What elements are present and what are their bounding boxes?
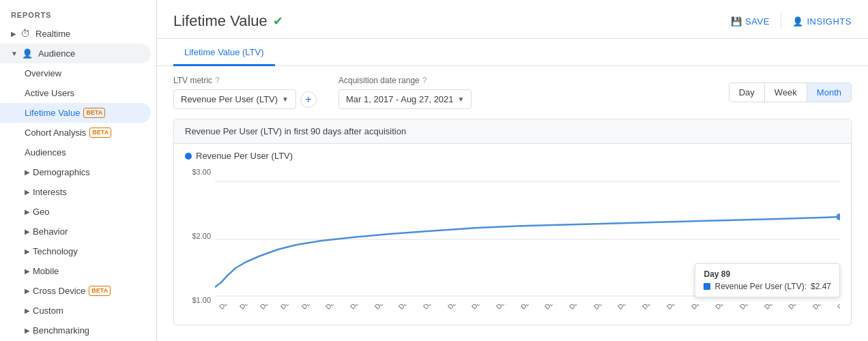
sidebar-item-mobile[interactable]: ▶ Mobile	[0, 261, 151, 281]
demographics-label: Demographics	[33, 167, 90, 177]
main-header: Lifetime Value ✔ 💾 SAVE 👤 INSIGHTS	[157, 0, 868, 39]
sidebar-item-geo[interactable]: ▶ Geo	[0, 202, 151, 222]
sidebar-item-custom[interactable]: ▶ Custom	[0, 301, 151, 321]
interests-arrow-icon: ▶	[25, 188, 30, 196]
chart-container: Revenue Per User (LTV) in first 90 days …	[173, 119, 852, 325]
date-range-help-icon[interactable]: ?	[422, 76, 427, 85]
x-label-54: Day 54	[641, 304, 661, 311]
x-axis-labels: Day 0 Day 3 Day 6 Day 9 Day 12 Day 15 Da…	[215, 304, 840, 313]
custom-label: Custom	[33, 306, 63, 316]
date-range-dropdown[interactable]: Mar 1, 2017 - Aug 27, 2021 ▼	[338, 89, 472, 109]
insights-icon: 👤	[792, 16, 804, 27]
legend-label: Revenue Per User (LTV)	[196, 151, 293, 161]
sidebar-item-audiences[interactable]: Audiences	[0, 143, 151, 162]
tooltip-metric-label: Revenue Per User (LTV):	[714, 282, 807, 291]
sidebar-item-interests[interactable]: ▶ Interests	[0, 182, 151, 202]
header-divider	[781, 13, 781, 29]
date-range-chevron-icon: ▼	[458, 95, 465, 103]
x-label-66: Day 66	[738, 304, 759, 311]
cohort-analysis-beta-badge: BETA	[89, 128, 111, 138]
ltv-metric-dropdown[interactable]: Revenue Per User (LTV) ▼	[173, 89, 296, 109]
cross-device-beta-badge: BETA	[89, 286, 111, 296]
ltv-metric-select-row: Revenue Per User (LTV) ▼ +	[173, 89, 317, 109]
realtime-chevron: ▶	[11, 30, 16, 38]
ltv-metric-label: LTV metric ?	[173, 76, 317, 85]
active-users-label: Active Users	[25, 88, 74, 98]
mobile-arrow-icon: ▶	[25, 267, 30, 275]
tab-ltv[interactable]: Lifetime Value (LTV)	[173, 39, 275, 66]
cross-device-label: Cross Device	[33, 286, 85, 296]
date-range-label: Acquisition date range ?	[338, 76, 472, 85]
save-icon: 💾	[731, 16, 742, 27]
chart-area: $3.00 $2.00 $1.00 Day 0 Day 3 Day 6 Da	[174, 161, 851, 325]
chart-tooltip: Day 89 Revenue Per User (LTV): $2.47	[695, 263, 840, 297]
geo-label: Geo	[33, 207, 50, 217]
mobile-label: Mobile	[33, 266, 59, 276]
audience-arrow-icon: ▼	[11, 50, 18, 57]
y-label-2: $2.00	[178, 232, 211, 240]
save-button[interactable]: 💾 SAVE	[731, 16, 770, 27]
sidebar-audience-header[interactable]: ▼ 👤 Audience	[0, 44, 151, 63]
reports-label: REPORTS	[0, 5, 156, 23]
sidebar-item-cohort-analysis[interactable]: Cohort Analysis BETA	[0, 123, 151, 143]
sidebar-item-lifetime-value[interactable]: Lifetime Value BETA	[0, 103, 151, 123]
date-range-select-row: Mar 1, 2017 - Aug 27, 2021 ▼	[338, 89, 472, 109]
x-label-75: Day 75	[811, 304, 832, 311]
sidebar-item-realtime[interactable]: ▶ ⏱ Realtime	[0, 23, 151, 44]
page-title-area: Lifetime Value ✔	[173, 12, 283, 30]
chart-legend: Revenue Per User (LTV)	[174, 144, 851, 161]
realtime-icon: ⏱	[20, 28, 30, 39]
x-label-33: Day 33	[470, 304, 491, 311]
lifetime-value-label: Lifetime Value	[25, 108, 80, 118]
x-label-72: Day 72	[787, 304, 807, 311]
sidebar-item-overview[interactable]: Overview	[0, 63, 151, 83]
tab-bar: Lifetime Value (LTV)	[157, 39, 868, 66]
benchmarking-label: Benchmarking	[33, 325, 89, 336]
insights-button[interactable]: 👤 INSIGHTS	[792, 16, 852, 27]
x-label-57: Day 57	[665, 304, 686, 311]
cohort-analysis-label: Cohort Analysis	[25, 128, 86, 138]
x-label-60: Day 60	[690, 304, 710, 311]
y-axis-labels: $3.00 $2.00 $1.00	[174, 161, 215, 304]
lifetime-value-beta-badge: BETA	[83, 108, 105, 118]
x-label-78: Day 78	[836, 304, 840, 311]
sidebar-item-technology[interactable]: ▶ Technology	[0, 241, 151, 261]
month-button[interactable]: Month	[807, 83, 851, 102]
tooltip-color-icon	[704, 283, 710, 290]
x-label-30: Day 30	[446, 304, 467, 311]
header-actions: 💾 SAVE 👤 INSIGHTS	[731, 13, 852, 29]
title-check-icon: ✔	[273, 14, 283, 29]
sidebar-item-cross-device[interactable]: ▶ Cross Device BETA	[0, 281, 151, 301]
x-label-51: Day 51	[616, 304, 637, 311]
sidebar-item-behavior[interactable]: ▶ Behavior	[0, 222, 151, 241]
realtime-label: Realtime	[35, 29, 70, 39]
ltv-metric-chevron-icon: ▼	[282, 95, 289, 103]
x-label-39: Day 39	[519, 304, 540, 311]
sidebar-item-demographics[interactable]: ▶ Demographics	[0, 162, 151, 182]
ltv-metric-add-button[interactable]: +	[300, 91, 317, 108]
interests-label: Interests	[33, 187, 67, 197]
technology-arrow-icon: ▶	[25, 248, 30, 255]
page-title: Lifetime Value	[173, 12, 267, 30]
benchmarking-arrow-icon: ▶	[25, 327, 30, 334]
chart-title: Revenue Per User (LTV) in first 90 days …	[174, 119, 851, 144]
x-label-12: Day 12	[300, 304, 321, 311]
sidebar-item-benchmarking[interactable]: ▶ Benchmarking	[0, 321, 151, 340]
audience-icon: 👤	[22, 48, 33, 59]
behavior-arrow-icon: ▶	[25, 228, 30, 235]
y-label-1: $1.00	[178, 296, 211, 304]
day-button[interactable]: Day	[729, 83, 765, 102]
x-label-6: Day 6	[259, 304, 276, 311]
x-label-63: Day 63	[714, 304, 734, 311]
x-label-27: Day 27	[422, 304, 442, 311]
time-period-buttons: Day Week Month	[729, 83, 852, 102]
ltv-metric-help-icon[interactable]: ?	[215, 76, 220, 85]
x-label-15: Day 15	[324, 304, 345, 311]
week-button[interactable]: Week	[765, 83, 807, 102]
sidebar: REPORTS ▶ ⏱ Realtime ▼ 👤 Audience Overvi…	[0, 0, 157, 341]
x-label-42: Day 42	[543, 304, 564, 311]
x-label-0: Day 0	[218, 304, 235, 311]
sidebar-item-active-users[interactable]: Active Users	[0, 83, 151, 103]
x-label-24: Day 24	[397, 304, 418, 311]
x-label-9: Day 9	[279, 304, 297, 311]
